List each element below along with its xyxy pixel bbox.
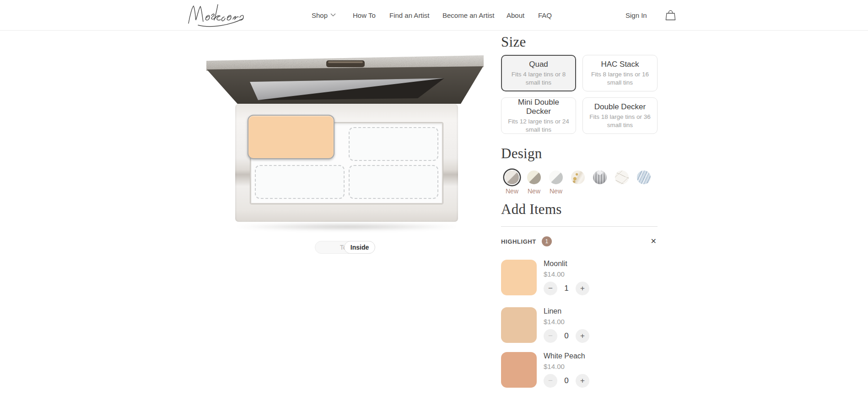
- top-nav-bar: Shop How To Find an Artist Become an Art…: [0, 0, 868, 31]
- plus-icon: +: [580, 284, 585, 293]
- item-price: $14.00: [544, 363, 565, 370]
- palette-lid-graphic: [206, 55, 484, 106]
- item-row-white-peach: White Peach $14.00 − 0 +: [501, 352, 658, 389]
- palette-preview-image: [206, 55, 484, 238]
- size-option-hac-stack-desc: Fits 8 large tins or 16 small tins: [587, 70, 653, 86]
- plus-icon: +: [580, 376, 585, 385]
- decrease-quantity-button[interactable]: −: [544, 374, 557, 388]
- size-option-double-decker-name: Double Decker: [594, 102, 646, 112]
- nav-item-shop[interactable]: Shop: [312, 0, 336, 30]
- nav-item-become-an-artist[interactable]: Become an Artist: [442, 0, 494, 30]
- new-badge: New: [528, 187, 540, 195]
- item-name: White Peach: [544, 352, 585, 360]
- nav-item-shop-label: Shop: [312, 11, 328, 19]
- palette-filled-tin-moonlit: [248, 115, 334, 159]
- design-swatch-silver-ruched[interactable]: [593, 171, 607, 184]
- increase-quantity-button[interactable]: +: [576, 329, 589, 343]
- cart-button[interactable]: [663, 6, 678, 24]
- quantity-value: 0: [557, 376, 576, 385]
- highlight-count-badge: 1: [542, 236, 552, 246]
- nav-item-find-an-artist-label: Find an Artist: [389, 11, 430, 19]
- highlight-category-row: HIGHLIGHT 1 ✕: [501, 235, 658, 247]
- item-color-swatch: [501, 352, 537, 388]
- new-badge: New: [506, 187, 518, 195]
- size-option-mini-double-decker-desc: Fits 12 large tins or 24 small tins: [505, 117, 572, 133]
- increase-quantity-button[interactable]: +: [576, 374, 589, 388]
- brand-logo[interactable]: [185, 1, 246, 29]
- size-option-quad-name: Quad: [529, 60, 548, 69]
- size-option-hac-stack-name: HAC Stack: [601, 60, 639, 69]
- decrease-quantity-button[interactable]: −: [544, 329, 557, 343]
- size-options: Quad Fits 4 large tins or 8 small tins H…: [501, 55, 658, 134]
- design-swatch-cream-taupe-two-tone[interactable]: [505, 171, 519, 184]
- size-option-mini-double-decker[interactable]: Mini Double Decker Fits 12 large tins or…: [501, 97, 576, 134]
- item-price: $14.00: [544, 318, 565, 326]
- quantity-value: 1: [557, 284, 576, 293]
- item-color-swatch: [501, 307, 537, 343]
- sign-in-link[interactable]: Sign In: [625, 0, 647, 30]
- close-icon[interactable]: ✕: [650, 238, 658, 245]
- size-option-mini-double-decker-name: Mini Double Decker: [505, 98, 572, 116]
- design-swatch-ivory-khaki-two-tone[interactable]: [527, 171, 541, 184]
- design-swatch-white-silver-two-tone[interactable]: [549, 171, 563, 184]
- size-option-quad-desc: Fits 4 large tins or 8 small tins: [506, 70, 571, 86]
- nav-item-about-label: About: [507, 11, 524, 19]
- view-toggle-inside[interactable]: Inside: [344, 241, 375, 254]
- sign-in-label: Sign In: [625, 11, 647, 19]
- quantity-stepper: − 1 +: [544, 282, 589, 295]
- design-swatch-gold-marble[interactable]: [571, 171, 585, 184]
- nav-item-faq-label: FAQ: [538, 11, 552, 19]
- quantity-stepper: − 0 +: [544, 374, 589, 388]
- item-name: Moonlit: [544, 260, 567, 268]
- size-option-hac-stack[interactable]: HAC Stack Fits 8 large tins or 16 small …: [582, 55, 658, 91]
- highlight-category-label: HIGHLIGHT: [501, 238, 536, 245]
- quantity-value: 0: [557, 331, 576, 341]
- quantity-stepper: − 0 +: [544, 329, 589, 343]
- shopping-bag-icon: [664, 9, 677, 21]
- nav-item-become-an-artist-label: Become an Artist: [442, 11, 494, 19]
- section-divider: [501, 226, 658, 227]
- palette-empty-slot: [349, 127, 438, 161]
- new-badge: New: [550, 187, 562, 195]
- size-option-quad[interactable]: Quad Fits 4 large tins or 8 small tins: [501, 55, 576, 91]
- design-swatch-blue-marble[interactable]: [637, 171, 651, 184]
- nav-item-about[interactable]: About: [507, 0, 524, 30]
- size-option-double-decker[interactable]: Double Decker Fits 18 large tins or 36 s…: [582, 97, 658, 134]
- size-option-double-decker-desc: Fits 18 large tins or 36 small tins: [587, 113, 653, 129]
- item-name: Linen: [544, 307, 561, 315]
- palette-empty-slot: [255, 165, 345, 199]
- design-section-heading: Design: [501, 145, 542, 162]
- nav-item-how-to[interactable]: How To: [353, 0, 376, 30]
- item-price: $14.00: [544, 270, 565, 278]
- decrease-quantity-button[interactable]: −: [544, 282, 557, 295]
- increase-quantity-button[interactable]: +: [576, 282, 589, 295]
- item-color-swatch: [501, 260, 537, 295]
- design-swatches: New New New: [501, 169, 655, 195]
- maskcara-signature-logo: [185, 1, 246, 29]
- add-items-section-heading: Add Items: [501, 201, 562, 218]
- minus-icon: −: [548, 284, 553, 293]
- palette-shadow: [233, 223, 461, 231]
- nav-item-how-to-label: How To: [353, 11, 376, 19]
- chevron-down-icon: [330, 13, 336, 17]
- minus-icon: −: [548, 331, 553, 341]
- plus-icon: +: [580, 331, 585, 341]
- view-toggle: Top Inside: [315, 241, 375, 254]
- page: Shop How To Find an Artist Become an Art…: [0, 0, 868, 395]
- palette-empty-slot: [349, 165, 438, 199]
- design-swatch-white-crackle[interactable]: [615, 171, 629, 184]
- size-section-heading: Size: [501, 34, 526, 50]
- nav-item-faq[interactable]: FAQ: [538, 0, 552, 30]
- minus-icon: −: [548, 376, 553, 385]
- item-row-moonlit: Moonlit $14.00 − 1 +: [501, 260, 658, 296]
- item-row-linen: Linen $14.00 − 0 +: [501, 307, 658, 344]
- nav-item-find-an-artist[interactable]: Find an Artist: [389, 0, 430, 30]
